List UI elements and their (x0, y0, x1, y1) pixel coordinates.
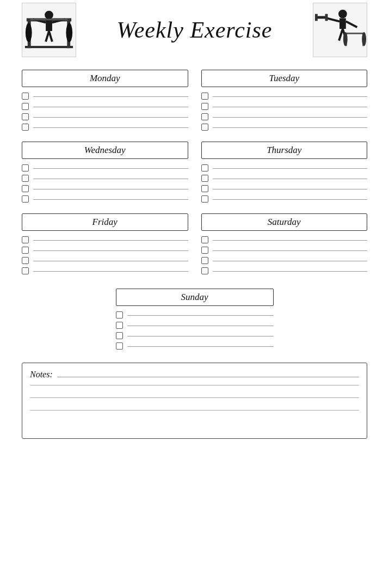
tuesday-checkbox-2[interactable] (201, 103, 208, 110)
friday-section: Friday (22, 213, 188, 278)
page-title: Weekly Exercise (117, 17, 273, 43)
saturday-checkbox-1[interactable] (201, 236, 208, 243)
tuesday-checkbox-3[interactable] (201, 113, 208, 120)
svg-rect-0 (25, 46, 73, 48)
notes-section: Notes: (22, 363, 367, 439)
wednesday-line-4 (33, 199, 188, 200)
friday-checkbox-2[interactable] (22, 247, 29, 254)
friday-checkbox-1[interactable] (22, 236, 29, 243)
thursday-line-3 (213, 189, 368, 189)
sunday-checkbox-1[interactable] (116, 311, 123, 318)
svg-rect-7 (46, 19, 52, 31)
wednesday-item-4 (22, 195, 188, 203)
monday-section: Monday (22, 70, 188, 134)
svg-point-13 (338, 10, 347, 19)
friday-item-2 (22, 247, 188, 254)
friday-line-4 (33, 271, 188, 272)
tuesday-checkbox-4[interactable] (201, 124, 208, 131)
saturday-checkbox-4[interactable] (201, 267, 208, 274)
svg-point-26 (362, 32, 366, 46)
sunday-checkbox-3[interactable] (116, 332, 123, 339)
wednesday-checkbox-3[interactable] (22, 185, 29, 192)
page-header: Weekly Exercise (22, 0, 367, 60)
notes-label: Notes: (30, 370, 53, 379)
svg-point-5 (66, 23, 72, 42)
friday-checkbox-4[interactable] (22, 267, 29, 274)
thursday-checkbox-4[interactable] (201, 195, 208, 203)
thursday-item-1 (201, 164, 368, 171)
saturday-item-1 (201, 236, 368, 243)
thursday-section: Thursday (201, 142, 368, 206)
svg-rect-22 (345, 33, 364, 34)
thursday-checkbox-1[interactable] (201, 164, 208, 171)
monday-item-1 (22, 93, 188, 100)
friday-item-4 (22, 267, 188, 274)
tuesday-checkbox-1[interactable] (201, 93, 208, 100)
tuesday-item-2 (201, 103, 368, 110)
tuesday-line-3 (213, 117, 368, 118)
notes-line-2 (30, 397, 359, 398)
saturday-line-1 (213, 240, 368, 241)
wednesday-line-2 (33, 179, 188, 179)
monday-item-3 (22, 113, 188, 120)
sunday-section: Sunday (22, 289, 367, 353)
friday-checkbox-3[interactable] (22, 257, 29, 264)
wednesday-item-3 (22, 185, 188, 192)
wednesday-checkbox-2[interactable] (22, 175, 29, 182)
saturday-checkbox-3[interactable] (201, 257, 208, 264)
wednesday-checkbox-1[interactable] (22, 164, 29, 171)
sunday-item-2 (116, 322, 274, 329)
tuesday-item-4 (201, 124, 368, 131)
thursday-checkbox-3[interactable] (201, 185, 208, 192)
friday-item-1 (22, 236, 188, 243)
sunday-line-3 (127, 336, 274, 336)
svg-rect-16 (316, 16, 327, 19)
svg-line-19 (346, 21, 357, 27)
monday-checkbox-1[interactable] (22, 93, 29, 100)
sunday-line-1 (127, 315, 274, 316)
tuesday-item-1 (201, 93, 368, 100)
thursday-checkbox-2[interactable] (201, 175, 208, 182)
tuesday-line-2 (213, 107, 368, 107)
sunday-checkbox-4[interactable] (116, 342, 123, 350)
svg-rect-17 (315, 14, 318, 21)
header-image-right (313, 3, 367, 57)
monday-line-3 (33, 117, 188, 118)
friday-line-1 (33, 240, 188, 241)
sunday-line-2 (127, 326, 274, 326)
monday-label: Monday (22, 70, 188, 87)
sunday-label: Sunday (116, 289, 274, 306)
thursday-line-4 (213, 199, 368, 200)
wednesday-item-1 (22, 164, 188, 171)
wednesday-line-3 (33, 189, 188, 189)
tuesday-section: Tuesday (201, 70, 368, 134)
svg-rect-18 (325, 14, 328, 21)
svg-rect-14 (339, 18, 346, 29)
tuesday-item-3 (201, 113, 368, 120)
friday-item-3 (22, 257, 188, 264)
saturday-checkbox-2[interactable] (201, 247, 208, 254)
svg-point-6 (45, 11, 53, 20)
monday-line-4 (33, 127, 188, 128)
monday-item-4 (22, 124, 188, 131)
tuesday-line-1 (213, 96, 368, 97)
monday-checkbox-2[interactable] (22, 103, 29, 110)
monday-line-2 (33, 107, 188, 107)
sunday-item-4 (116, 342, 274, 350)
friday-line-3 (33, 261, 188, 261)
sunday-line-4 (127, 346, 274, 347)
thursday-label: Thursday (201, 142, 368, 159)
wednesday-checkbox-4[interactable] (22, 195, 29, 203)
monday-checkbox-3[interactable] (22, 113, 29, 120)
monday-checkbox-4[interactable] (22, 124, 29, 131)
sunday-item-3 (116, 332, 274, 339)
sunday-inner: Sunday (116, 289, 274, 353)
saturday-line-2 (213, 250, 368, 251)
days-grid: Monday Tuesday (22, 70, 367, 285)
svg-point-25 (343, 32, 348, 46)
saturday-section: Saturday (201, 213, 368, 278)
notes-line-3 (30, 410, 359, 411)
friday-label: Friday (22, 213, 188, 231)
monday-line-1 (33, 96, 188, 97)
sunday-checkbox-2[interactable] (116, 322, 123, 329)
